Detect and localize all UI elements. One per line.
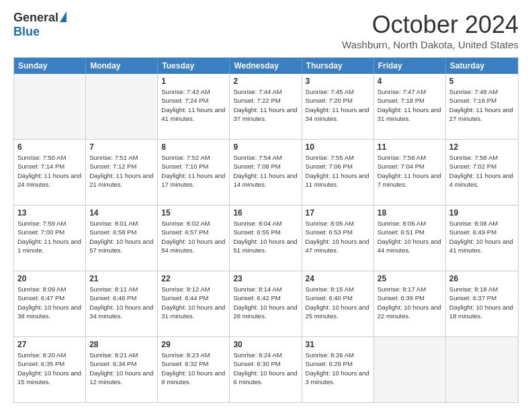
day-number: 24 — [306, 274, 370, 283]
cell-info: Sunrise: 7:52 AMSunset: 7:10 PMDaylight:… — [161, 153, 226, 189]
cell-info: Sunrise: 8:24 AMSunset: 6:30 PMDaylight:… — [233, 351, 298, 386]
calendar-cell: 1Sunrise: 7:43 AMSunset: 7:24 PMDaylight… — [158, 74, 230, 139]
calendar-cell: 25Sunrise: 8:17 AMSunset: 6:39 PMDayligh… — [374, 271, 446, 336]
calendar-row: 20Sunrise: 8:09 AMSunset: 6:47 PMDayligh… — [14, 271, 518, 337]
day-number: 21 — [89, 274, 154, 283]
calendar-body: 1Sunrise: 7:43 AMSunset: 7:24 PMDaylight… — [14, 74, 518, 402]
calendar-cell: 27Sunrise: 8:20 AMSunset: 6:35 PMDayligh… — [14, 337, 86, 402]
calendar-header-cell: Sunday — [14, 58, 86, 74]
calendar-row: 27Sunrise: 8:20 AMSunset: 6:35 PMDayligh… — [14, 337, 518, 402]
calendar-cell: 15Sunrise: 8:02 AMSunset: 6:57 PMDayligh… — [158, 205, 230, 271]
day-number: 26 — [449, 274, 515, 283]
calendar-cell: 19Sunrise: 8:08 AMSunset: 6:49 PMDayligh… — [446, 205, 518, 271]
day-number: 5 — [449, 77, 515, 86]
calendar-cell: 30Sunrise: 8:24 AMSunset: 6:30 PMDayligh… — [230, 337, 302, 402]
calendar-cell — [14, 74, 86, 139]
calendar-row: 1Sunrise: 7:43 AMSunset: 7:24 PMDaylight… — [14, 74, 518, 140]
cell-info: Sunrise: 8:21 AMSunset: 6:34 PMDaylight:… — [89, 351, 154, 386]
calendar-cell: 6Sunrise: 7:50 AMSunset: 7:14 PMDaylight… — [14, 140, 86, 205]
day-number: 30 — [233, 340, 298, 349]
calendar-cell: 14Sunrise: 8:01 AMSunset: 6:58 PMDayligh… — [86, 205, 158, 271]
day-number: 13 — [17, 208, 82, 218]
cell-info: Sunrise: 8:23 AMSunset: 6:32 PMDaylight:… — [161, 351, 226, 386]
cell-info: Sunrise: 7:51 AMSunset: 7:12 PMDaylight:… — [89, 153, 154, 189]
calendar-cell: 7Sunrise: 7:51 AMSunset: 7:12 PMDaylight… — [86, 140, 158, 205]
cell-info: Sunrise: 8:15 AMSunset: 6:40 PMDaylight:… — [306, 285, 370, 320]
cell-info: Sunrise: 8:18 AMSunset: 6:37 PMDaylight:… — [449, 285, 515, 320]
calendar-cell — [446, 337, 518, 402]
day-number: 16 — [233, 208, 298, 218]
calendar-cell: 17Sunrise: 8:05 AMSunset: 6:53 PMDayligh… — [302, 205, 374, 271]
cell-info: Sunrise: 8:26 AMSunset: 6:29 PMDaylight:… — [306, 351, 370, 386]
calendar-cell: 8Sunrise: 7:52 AMSunset: 7:10 PMDaylight… — [158, 140, 230, 205]
day-number: 11 — [378, 142, 442, 152]
day-number: 29 — [161, 340, 226, 349]
calendar-cell: 26Sunrise: 8:18 AMSunset: 6:37 PMDayligh… — [446, 271, 518, 336]
cell-info: Sunrise: 8:12 AMSunset: 6:44 PMDaylight:… — [161, 285, 226, 320]
calendar-cell: 9Sunrise: 7:54 AMSunset: 7:08 PMDaylight… — [230, 140, 302, 205]
calendar-cell: 4Sunrise: 7:47 AMSunset: 7:18 PMDaylight… — [374, 74, 446, 139]
logo: General Blue — [13, 11, 66, 39]
calendar-cell: 29Sunrise: 8:23 AMSunset: 6:32 PMDayligh… — [158, 337, 230, 402]
calendar-header-cell: Wednesday — [230, 58, 302, 74]
cell-info: Sunrise: 8:14 AMSunset: 6:42 PMDaylight:… — [233, 285, 298, 320]
day-number: 8 — [161, 142, 226, 152]
cell-info: Sunrise: 8:17 AMSunset: 6:39 PMDaylight:… — [378, 285, 442, 320]
day-number: 3 — [306, 77, 370, 86]
calendar-header: SundayMondayTuesdayWednesdayThursdayFrid… — [14, 58, 518, 74]
cell-info: Sunrise: 8:06 AMSunset: 6:51 PMDaylight:… — [378, 219, 442, 255]
day-number: 15 — [161, 208, 226, 218]
cell-info: Sunrise: 8:09 AMSunset: 6:47 PMDaylight:… — [17, 285, 82, 320]
cell-info: Sunrise: 7:54 AMSunset: 7:08 PMDaylight:… — [233, 153, 298, 189]
calendar-row: 13Sunrise: 7:59 AMSunset: 7:00 PMDayligh… — [14, 205, 518, 271]
day-number: 19 — [449, 208, 515, 218]
logo-blue-text: Blue — [13, 25, 40, 39]
calendar-cell: 31Sunrise: 8:26 AMSunset: 6:29 PMDayligh… — [302, 337, 374, 402]
calendar-header-cell: Monday — [86, 58, 158, 74]
day-number: 28 — [89, 340, 154, 349]
logo-triangle-icon — [60, 11, 66, 22]
calendar-cell: 20Sunrise: 8:09 AMSunset: 6:47 PMDayligh… — [14, 271, 86, 336]
cell-info: Sunrise: 7:47 AMSunset: 7:18 PMDaylight:… — [378, 87, 442, 123]
calendar-header-cell: Thursday — [302, 58, 374, 74]
calendar-cell: 28Sunrise: 8:21 AMSunset: 6:34 PMDayligh… — [86, 337, 158, 402]
cell-info: Sunrise: 7:58 AMSunset: 7:02 PMDaylight:… — [449, 153, 515, 189]
calendar-row: 6Sunrise: 7:50 AMSunset: 7:14 PMDaylight… — [14, 140, 518, 205]
calendar-cell — [86, 74, 158, 139]
calendar: SundayMondayTuesdayWednesdayThursdayFrid… — [13, 57, 519, 403]
calendar-cell: 23Sunrise: 8:14 AMSunset: 6:42 PMDayligh… — [230, 271, 302, 336]
cell-info: Sunrise: 8:08 AMSunset: 6:49 PMDaylight:… — [449, 219, 515, 255]
day-number: 22 — [161, 274, 226, 283]
cell-info: Sunrise: 7:59 AMSunset: 7:00 PMDaylight:… — [17, 219, 82, 255]
cell-info: Sunrise: 8:20 AMSunset: 6:35 PMDaylight:… — [17, 351, 82, 386]
cell-info: Sunrise: 7:45 AMSunset: 7:20 PMDaylight:… — [306, 87, 370, 123]
main-title: October 2024 — [342, 11, 519, 39]
day-number: 14 — [89, 208, 154, 218]
page: General Blue October 2024 Washburn, Nort… — [0, 0, 532, 411]
calendar-cell: 24Sunrise: 8:15 AMSunset: 6:40 PMDayligh… — [302, 271, 374, 336]
cell-info: Sunrise: 7:43 AMSunset: 7:24 PMDaylight:… — [161, 87, 226, 123]
header: General Blue October 2024 Washburn, Nort… — [13, 11, 519, 50]
cell-info: Sunrise: 7:44 AMSunset: 7:22 PMDaylight:… — [233, 87, 298, 123]
calendar-cell: 16Sunrise: 8:04 AMSunset: 6:55 PMDayligh… — [230, 205, 302, 271]
cell-info: Sunrise: 7:56 AMSunset: 7:04 PMDaylight:… — [378, 153, 442, 189]
day-number: 9 — [233, 142, 298, 152]
day-number: 7 — [89, 142, 154, 152]
calendar-cell: 3Sunrise: 7:45 AMSunset: 7:20 PMDaylight… — [302, 74, 374, 139]
calendar-cell: 2Sunrise: 7:44 AMSunset: 7:22 PMDaylight… — [230, 74, 302, 139]
day-number: 17 — [306, 208, 370, 218]
calendar-cell: 10Sunrise: 7:55 AMSunset: 7:06 PMDayligh… — [302, 140, 374, 205]
subtitle: Washburn, North Dakota, United States — [342, 39, 519, 50]
cell-info: Sunrise: 7:55 AMSunset: 7:06 PMDaylight:… — [306, 153, 370, 189]
day-number: 4 — [378, 77, 442, 86]
calendar-cell: 21Sunrise: 8:11 AMSunset: 6:46 PMDayligh… — [86, 271, 158, 336]
day-number: 1 — [161, 77, 226, 86]
cell-info: Sunrise: 7:48 AMSunset: 7:16 PMDaylight:… — [449, 87, 515, 123]
day-number: 25 — [378, 274, 442, 283]
calendar-cell: 12Sunrise: 7:58 AMSunset: 7:02 PMDayligh… — [446, 140, 518, 205]
calendar-cell — [374, 337, 446, 402]
cell-info: Sunrise: 8:05 AMSunset: 6:53 PMDaylight:… — [306, 219, 370, 255]
day-number: 31 — [306, 340, 370, 349]
calendar-header-cell: Tuesday — [158, 58, 230, 74]
cell-info: Sunrise: 7:50 AMSunset: 7:14 PMDaylight:… — [17, 153, 82, 189]
